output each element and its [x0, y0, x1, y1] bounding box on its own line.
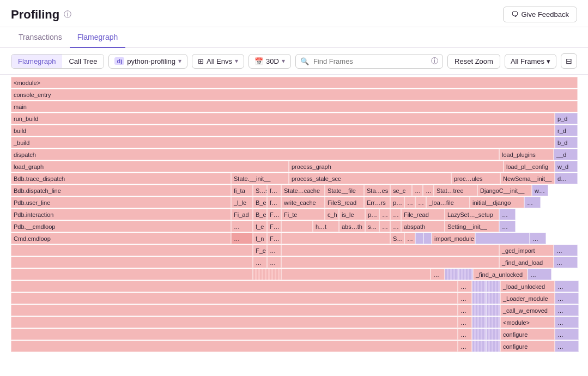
- frame-bdb-dispatch-line[interactable]: Bdb.dispatch_line: [11, 185, 231, 196]
- frame-loader-module[interactable]: _Loader_module: [500, 293, 555, 304]
- info-icon2[interactable]: ⓘ: [431, 56, 438, 66]
- frame-dots27[interactable]: …: [458, 305, 472, 316]
- frame-dots1[interactable]: …: [412, 185, 423, 196]
- frame-ss[interactable]: S…s: [253, 185, 267, 196]
- frame-module[interactable]: <module>: [11, 77, 578, 88]
- frame-dots23[interactable]: …: [458, 281, 472, 292]
- frame-process-stale-scc[interactable]: process_stale_scc: [289, 173, 451, 184]
- frame-state-init[interactable]: State.__init__: [231, 173, 289, 184]
- frame-console-entry[interactable]: console_entry: [11, 89, 578, 100]
- frame-stat-tree[interactable]: Stat…tree: [434, 185, 477, 196]
- frame-files-read[interactable]: FileS_read: [325, 197, 364, 208]
- frame-dots9[interactable]: …: [231, 221, 253, 232]
- frame-configure2[interactable]: configure: [500, 341, 555, 352]
- frame-state-file[interactable]: State__file: [325, 185, 364, 196]
- frame-load-plugins[interactable]: load_plugins: [499, 149, 554, 160]
- frame-pdb-user-line[interactable]: Pdb.user_line: [11, 197, 231, 208]
- frame-c-h[interactable]: c_h: [325, 209, 339, 220]
- frame-dots6[interactable]: …: [379, 209, 390, 220]
- frame-abspath[interactable]: abspath: [401, 221, 445, 232]
- frame-fi-te[interactable]: Fi_te: [281, 209, 325, 220]
- frame-abs-th[interactable]: abs…th: [339, 221, 365, 232]
- frame-dots17[interactable]: …: [554, 245, 578, 256]
- frame-f2[interactable]: f…: [267, 197, 281, 208]
- frame-dots29[interactable]: …: [458, 317, 472, 328]
- frame-process-graph[interactable]: process_graph: [289, 161, 504, 172]
- frame-write-cache[interactable]: write_cache: [281, 197, 325, 208]
- frame-dots32[interactable]: …: [555, 329, 579, 340]
- reset-zoom-button[interactable]: Reset Zoom: [447, 54, 500, 69]
- frame-s[interactable]: s…: [365, 221, 379, 232]
- frame-dots24[interactable]: …: [555, 281, 579, 292]
- frame-find-a-unlocked[interactable]: _find_a_unlocked: [473, 269, 528, 280]
- frame-s2[interactable]: S…: [390, 233, 404, 244]
- frame-be[interactable]: B_e: [253, 197, 267, 208]
- frame-dots8[interactable]: …: [499, 209, 516, 220]
- frame-load-graph[interactable]: load_graph: [11, 161, 289, 172]
- frame-lazyset-setup[interactable]: LazySet…_setup: [445, 209, 499, 220]
- frame-proc-ules[interactable]: proc…ules: [451, 173, 500, 184]
- frame-dots31[interactable]: …: [458, 329, 472, 340]
- frame-dots2[interactable]: …: [423, 185, 434, 196]
- frame-rd[interactable]: r_d: [555, 125, 578, 136]
- frame-dots5[interactable]: …: [524, 197, 541, 208]
- frame-h-t[interactable]: h…t: [313, 221, 339, 232]
- info-icon[interactable]: ⓘ: [64, 10, 71, 20]
- frame-loa-file[interactable]: _loa…file: [426, 197, 470, 208]
- frame-dots25[interactable]: …: [458, 293, 472, 304]
- frame-be2[interactable]: B_e: [253, 209, 267, 220]
- frame-f5[interactable]: F…: [267, 233, 281, 244]
- frame-d2[interactable]: d…: [555, 173, 578, 184]
- frame-state-cache[interactable]: State…cache: [281, 185, 325, 196]
- frame-dots18[interactable]: …: [253, 257, 267, 268]
- env-dropdown[interactable]: ⊞ All Envs ▾: [192, 54, 244, 69]
- frame-dots30[interactable]: …: [555, 317, 579, 328]
- frame-sta-es[interactable]: Sta…es: [364, 185, 390, 196]
- frame-dots11[interactable]: …: [390, 221, 401, 232]
- frame-setting-init[interactable]: Setting__init__: [445, 221, 499, 232]
- flamegraph-view-button[interactable]: Flamegraph: [11, 54, 62, 68]
- frame-build2[interactable]: _build: [11, 137, 555, 148]
- frame-fi-ad[interactable]: Fi_ad: [231, 209, 253, 220]
- project-dropdown[interactable]: dj python-profiling ▾: [108, 54, 187, 69]
- frame-dots10[interactable]: …: [379, 221, 390, 232]
- frame-p[interactable]: p…: [390, 197, 404, 208]
- frame-main[interactable]: main: [11, 101, 578, 112]
- frame-find-and-load[interactable]: _find_and_load: [499, 257, 554, 268]
- frame-dots4[interactable]: …: [415, 197, 426, 208]
- frame-f-e[interactable]: f_e: [253, 221, 267, 232]
- tab-transactions[interactable]: Transactions: [11, 27, 70, 48]
- frame-dots21[interactable]: …: [431, 269, 445, 280]
- frame-dots12[interactable]: …: [499, 221, 516, 232]
- frame-dots33[interactable]: …: [458, 341, 472, 352]
- frame-pdb-interaction[interactable]: Pdb.interaction: [11, 209, 231, 220]
- frame-dots20[interactable]: …: [554, 257, 578, 268]
- frame-call-w-emoved[interactable]: _call_w_emoved: [500, 305, 555, 316]
- frame-gcd-import[interactable]: _gcd_import: [499, 245, 554, 256]
- frame-lle[interactable]: _l_le: [231, 197, 253, 208]
- frame-w[interactable]: w…: [532, 185, 548, 196]
- frame-build[interactable]: build: [11, 125, 555, 136]
- frame-dots14[interactable]: …: [404, 233, 415, 244]
- frame-f[interactable]: f…: [267, 185, 281, 196]
- frame-f4[interactable]: F…: [267, 221, 281, 232]
- frame-import-module[interactable]: import_module: [432, 233, 475, 244]
- frame-err-rs[interactable]: Err…rs: [364, 197, 390, 208]
- frame-configure[interactable]: configure: [500, 329, 555, 340]
- frame-dots15[interactable]: …: [530, 233, 546, 244]
- frame-fi-ta[interactable]: fi_ta: [231, 185, 253, 196]
- frame-wd[interactable]: w_d: [555, 161, 578, 172]
- frame-dots26[interactable]: …: [555, 293, 579, 304]
- frame-dots19[interactable]: …: [267, 257, 281, 268]
- frame-load-pl-config[interactable]: load_pl__config: [504, 161, 555, 172]
- frame-dots16[interactable]: …: [267, 245, 281, 256]
- frame-dots3[interactable]: …: [404, 197, 415, 208]
- frame-cmd-cmdloop[interactable]: Cmd.cmdloop: [11, 233, 231, 244]
- tab-flamegraph[interactable]: Flamegraph: [70, 27, 126, 48]
- frame-dots34[interactable]: …: [555, 341, 579, 352]
- frame-is-le[interactable]: is_le: [339, 209, 365, 220]
- frame-file-read[interactable]: File_read: [401, 209, 445, 220]
- frame-run-build[interactable]: run_build: [11, 113, 555, 124]
- frame-newsema-init[interactable]: NewSema__init__: [500, 173, 555, 184]
- give-feedback-button[interactable]: 🗨 Give Feedback: [503, 7, 577, 22]
